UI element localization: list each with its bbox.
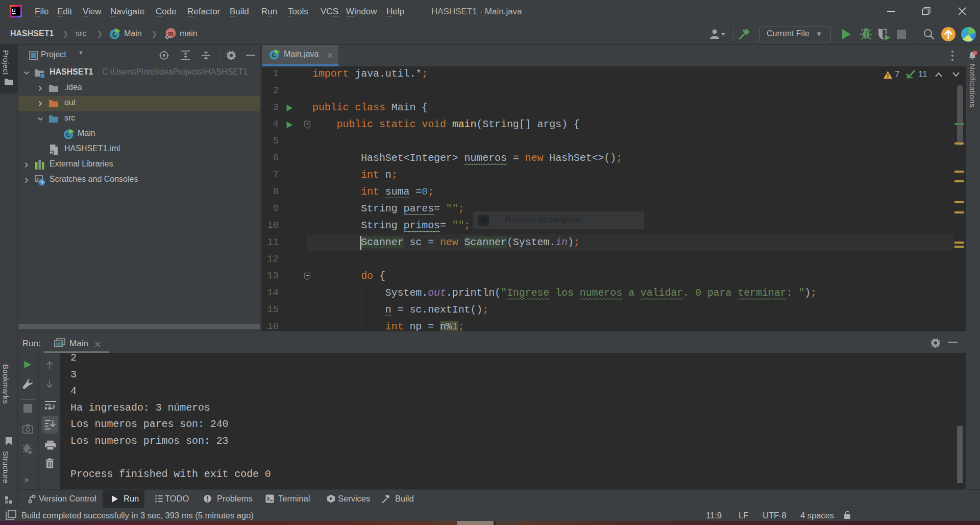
svg-text:IJ: IJ bbox=[12, 8, 16, 13]
svg-text:m: m bbox=[168, 30, 174, 37]
